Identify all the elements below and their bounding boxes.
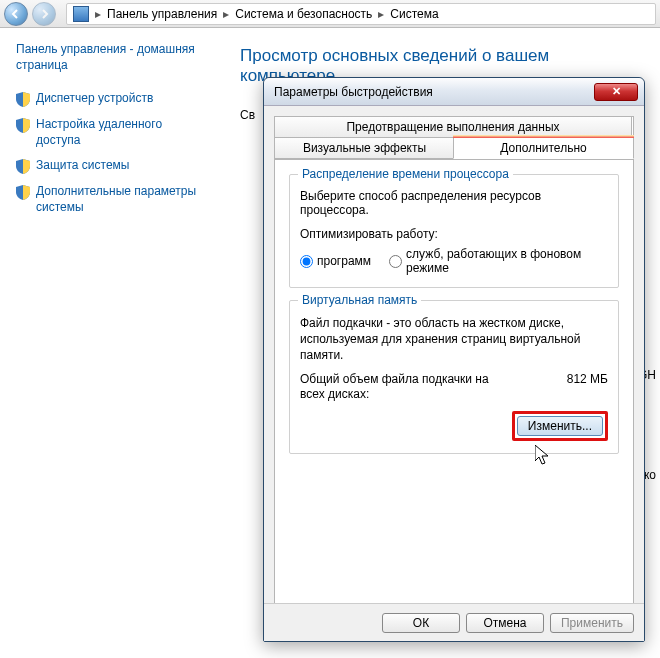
shield-icon: [16, 159, 30, 174]
group-title: Распределение времени процессора: [298, 167, 513, 181]
sidebar-link-system-protection[interactable]: Защита системы: [36, 158, 129, 174]
obscured-text: ко: [644, 468, 656, 482]
vm-description: Файл подкачки - это область на жестком д…: [300, 315, 608, 364]
control-panel-icon: [73, 6, 89, 22]
sidebar-item[interactable]: Защита системы: [16, 158, 206, 174]
shield-icon: [16, 92, 30, 107]
radio-services-input[interactable]: [389, 255, 402, 268]
chevron-right-icon: ▸: [378, 7, 384, 21]
vm-total-value: 812 МБ: [567, 372, 608, 386]
dialog-titlebar[interactable]: Параметры быстродействия ✕: [264, 78, 644, 106]
breadcrumb-item[interactable]: Панель управления: [107, 7, 217, 21]
sidebar: Панель управления - домашняя страница Ди…: [0, 28, 220, 658]
shield-icon: [16, 185, 30, 200]
chevron-right-icon: ▸: [223, 7, 229, 21]
ok-button[interactable]: ОК: [382, 613, 460, 633]
tab-visual-effects[interactable]: Визуальные эффекты: [274, 137, 455, 159]
tab-strip: Предотвращение выполнения данных Визуаль…: [274, 116, 634, 160]
breadcrumb-item[interactable]: Система: [390, 7, 438, 21]
cancel-button[interactable]: Отмена: [466, 613, 544, 633]
shield-icon: [16, 118, 30, 133]
dialog-button-row: ОК Отмена Применить: [264, 603, 644, 641]
nav-forward-button[interactable]: [32, 2, 56, 26]
apply-button[interactable]: Применить: [550, 613, 634, 633]
sidebar-link-remote-settings[interactable]: Настройка удаленного доступа: [36, 117, 206, 148]
performance-options-dialog: Параметры быстродействия ✕ Предотвращени…: [263, 77, 645, 642]
tab-content-advanced: Распределение времени процессора Выберит…: [274, 160, 634, 610]
processor-scheduling-group: Распределение времени процессора Выберит…: [289, 174, 619, 288]
dialog-title: Параметры быстродействия: [274, 85, 594, 99]
radio-background-services[interactable]: служб, работающих в фоновом режиме: [389, 247, 608, 275]
group-description: Выберите способ распределения ресурсов п…: [300, 189, 608, 217]
sidebar-link-advanced-settings[interactable]: Дополнительные параметры системы: [36, 184, 206, 215]
radio-programs[interactable]: программ: [300, 254, 371, 268]
radio-programs-input[interactable]: [300, 255, 313, 268]
sidebar-link-device-manager[interactable]: Диспетчер устройств: [36, 91, 153, 107]
sidebar-item[interactable]: Настройка удаленного доступа: [16, 117, 206, 148]
vm-total-label: Общий объем файла подкачки на всех диска…: [300, 372, 500, 403]
radio-services-label: служб, работающих в фоновом режиме: [406, 247, 608, 275]
tab-advanced[interactable]: Дополнительно: [453, 137, 634, 159]
radio-programs-label: программ: [317, 254, 371, 268]
close-button[interactable]: ✕: [594, 83, 638, 101]
explorer-navbar: ▸ Панель управления ▸ Система и безопасн…: [0, 0, 660, 28]
sidebar-item[interactable]: Дополнительные параметры системы: [16, 184, 206, 215]
sidebar-item[interactable]: Диспетчер устройств: [16, 91, 206, 107]
highlight-box: Изменить...: [512, 411, 608, 441]
chevron-right-icon: ▸: [95, 7, 101, 21]
control-panel-home-link[interactable]: Панель управления - домашняя страница: [16, 42, 206, 73]
change-button[interactable]: Изменить...: [517, 416, 603, 436]
breadcrumb[interactable]: ▸ Панель управления ▸ Система и безопасн…: [66, 3, 656, 25]
close-icon: ✕: [612, 85, 621, 98]
breadcrumb-item[interactable]: Система и безопасность: [235, 7, 372, 21]
nav-back-button[interactable]: [4, 2, 28, 26]
virtual-memory-group: Виртуальная память Файл подкачки - это о…: [289, 300, 619, 454]
group-title: Виртуальная память: [298, 293, 421, 307]
optimize-label: Оптимизировать работу:: [300, 227, 608, 241]
